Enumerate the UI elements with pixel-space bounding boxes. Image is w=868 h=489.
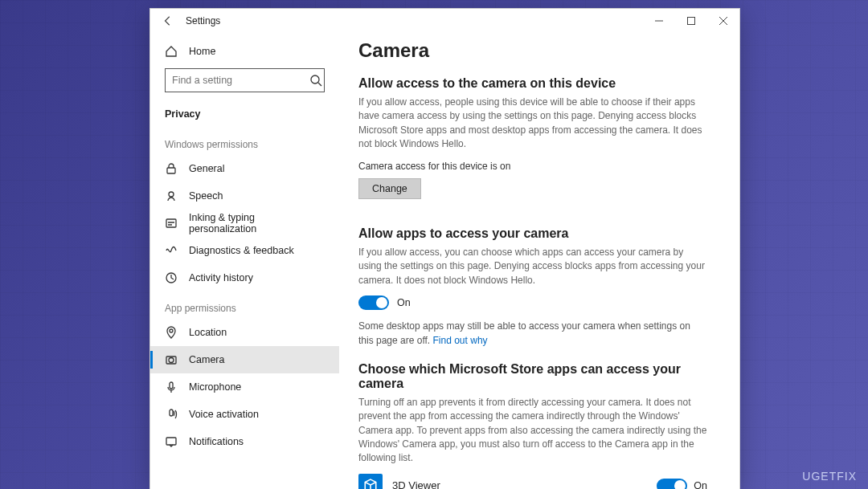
maximize-button[interactable] <box>675 9 707 33</box>
sidebar-item-notifications[interactable]: Notifications <box>150 428 339 455</box>
minimize-button[interactable] <box>643 9 675 33</box>
sidebar-section-windows-permissions: Windows permissions <box>150 128 339 155</box>
section-device-access-heading: Allow access to the camera on this devic… <box>358 76 707 91</box>
search-icon <box>309 74 322 87</box>
window-title: Settings <box>186 15 220 26</box>
sidebar-category-label: Privacy <box>165 108 200 120</box>
section-choose-apps-desc: Turning off an app prevents it from dire… <box>358 396 707 466</box>
close-button[interactable] <box>707 9 739 33</box>
section-app-access-desc: If you allow access, you can choose whic… <box>358 246 707 287</box>
sidebar-item-general[interactable]: General <box>150 155 339 182</box>
camera-icon <box>165 353 178 366</box>
app-toggle-label: On <box>694 480 707 489</box>
notifications-icon <box>165 435 178 448</box>
microphone-icon <box>165 381 178 393</box>
sidebar: Home Privacy Windows permissions General… <box>150 33 339 489</box>
svg-rect-1 <box>688 18 695 25</box>
section-device-access-desc: If you allow access, people using this d… <box>358 96 707 152</box>
sidebar-item-speech[interactable]: Speech <box>150 182 339 210</box>
location-icon <box>165 326 178 339</box>
change-button[interactable]: Change <box>358 178 421 199</box>
sidebar-item-camera[interactable]: Camera <box>150 346 339 373</box>
app-toggle-3d-viewer[interactable] <box>657 479 687 489</box>
sidebar-item-voice-activation[interactable]: Voice activation <box>150 401 339 428</box>
find-out-why-link[interactable]: Find out why <box>433 335 488 346</box>
diagnostics-icon <box>165 244 178 257</box>
content-area: Camera Allow access to the camera on thi… <box>339 33 739 489</box>
app-row-3d-viewer: 3D Viewer On <box>358 474 707 489</box>
sidebar-item-label: Voice activation <box>189 409 259 420</box>
sidebar-item-label: Diagnostics & feedback <box>189 245 294 256</box>
sidebar-item-label: General <box>189 163 224 174</box>
sidebar-home-label: Home <box>189 46 215 57</box>
lock-icon <box>165 162 178 175</box>
desktop-apps-note: Some desktop apps may still be able to a… <box>358 320 707 348</box>
voice-icon <box>165 408 178 421</box>
sidebar-item-label: Microphone <box>189 381 241 393</box>
speech-icon <box>165 189 178 202</box>
svg-rect-10 <box>170 382 173 389</box>
search-input[interactable] <box>172 75 298 86</box>
titlebar: Settings <box>150 9 739 33</box>
settings-window: Settings Home <box>149 8 740 489</box>
sidebar-item-diagnostics[interactable]: Diagnostics & feedback <box>150 237 339 264</box>
sidebar-section-app-permissions: App permissions <box>150 291 339 319</box>
device-access-status: Camera access for this device is on <box>358 160 707 173</box>
svg-point-4 <box>169 192 174 197</box>
svg-point-7 <box>170 329 173 332</box>
sidebar-home[interactable]: Home <box>150 38 339 65</box>
svg-point-2 <box>311 75 319 84</box>
sidebar-item-label: Location <box>189 327 227 338</box>
app-icon-3d-viewer <box>358 474 383 489</box>
sidebar-item-label: Camera <box>189 354 224 365</box>
home-icon <box>165 45 178 58</box>
svg-rect-5 <box>166 219 176 227</box>
search-box[interactable] <box>165 68 325 92</box>
page-title: Camera <box>358 39 707 62</box>
app-access-toggle-label: On <box>397 297 411 308</box>
sidebar-item-label: Speech <box>189 190 223 202</box>
sidebar-item-label: Activity history <box>189 272 253 283</box>
sidebar-category-privacy[interactable]: Privacy <box>150 100 339 128</box>
inking-icon <box>165 217 178 230</box>
svg-point-9 <box>169 358 174 363</box>
sidebar-item-activity-history[interactable]: Activity history <box>150 264 339 291</box>
watermark: UGETFIX <box>802 470 857 483</box>
app-access-toggle[interactable] <box>358 295 389 310</box>
sidebar-item-microphone[interactable]: Microphone <box>150 373 339 401</box>
svg-rect-3 <box>167 168 175 173</box>
svg-rect-11 <box>170 410 173 416</box>
section-app-access-heading: Allow apps to access your camera <box>358 226 707 241</box>
sidebar-item-label: Notifications <box>189 436 244 447</box>
sidebar-item-label: Inking & typing personalization <box>189 212 325 234</box>
sidebar-item-inking[interactable]: Inking & typing personalization <box>150 210 339 237</box>
sidebar-item-location[interactable]: Location <box>150 319 339 346</box>
app-name: 3D Viewer <box>392 479 440 489</box>
section-choose-apps-heading: Choose which Microsoft Store apps can ac… <box>358 362 707 391</box>
history-icon <box>165 271 178 284</box>
back-button[interactable] <box>150 9 186 33</box>
svg-rect-12 <box>166 438 176 445</box>
desktop-apps-note-text: Some desktop apps may still be able to a… <box>358 320 690 345</box>
